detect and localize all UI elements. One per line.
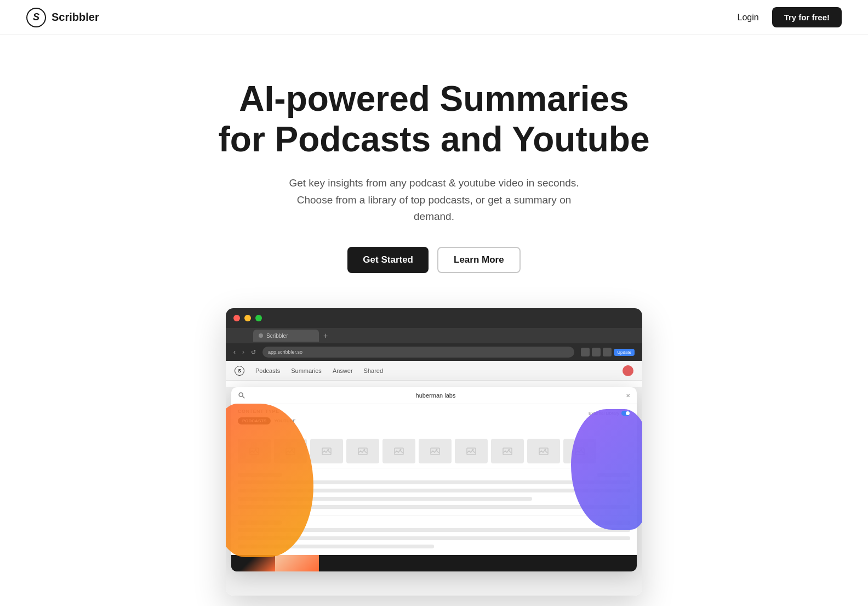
thumbnail-5[interactable] [382,439,415,463]
toolbar-icon-2 [592,348,601,356]
skeleton-row-1-3 [238,497,532,501]
app-logo-small: S [235,366,244,376]
skeleton-rows-1 [238,480,630,511]
navbar: S Scribbler Login Try for free! [0,0,868,35]
skeleton-header-row-1 [238,473,630,477]
thumbnail-7[interactable] [455,439,488,463]
svg-point-21 [581,449,583,450]
badge-youtube[interactable]: YOUTUBE [274,418,295,423]
forward-button[interactable]: › [242,348,244,356]
address-bar[interactable]: app.scribbler.so [262,347,574,358]
thumbnail-3[interactable] [310,439,343,463]
search-modal: huberman labs ✕ CONTENT TYPE External Li… [231,387,637,571]
thumbnail-2[interactable] [274,439,307,463]
window-chrome [226,308,642,328]
skeleton-title-1 [238,473,282,477]
tab-title: Scribbler [266,333,288,339]
external-library-toggle[interactable]: External Library [589,411,630,416]
skeleton-section-1 [231,468,637,516]
learn-more-button[interactable]: Learn More [437,247,521,273]
app-nav-summaries[interactable]: Summaries [291,367,322,374]
browser-toolbar-right: Update [581,348,635,356]
thumbnail-1[interactable] [238,439,271,463]
modal-top-row: CONTENT TYPE External Library [238,409,630,417]
app-navbar: S Podcasts Summaries Answer Shared [226,361,642,381]
address-bar-row: ‹ › ↺ app.scribbler.so Update [226,343,642,361]
svg-line-1 [243,397,245,399]
tab-favicon [259,333,263,338]
update-button[interactable]: Update [614,349,635,356]
svg-point-15 [472,449,474,450]
app-nav-podcasts[interactable]: Podcasts [255,367,280,374]
get-started-button[interactable]: Get Started [347,247,429,273]
svg-point-13 [436,449,438,450]
content-type-badges: PODCASTS YOUTUBE [238,417,630,424]
address-text: app.scribbler.so [268,349,302,355]
modal-header: huberman labs ✕ [231,387,637,404]
skeleton-count-1 [597,473,630,477]
svg-point-3 [255,449,257,450]
skeleton-row-2-1 [238,528,630,532]
try-free-button[interactable]: Try for free! [772,7,842,27]
thumbnail-8[interactable] [491,439,524,463]
refresh-button[interactable]: ↺ [251,349,256,356]
skeleton-row-1-4 [238,505,630,509]
skeleton-row-1-1 [238,480,630,484]
toolbar-icon-1 [581,348,590,356]
app-nav-shared[interactable]: Shared [364,367,383,374]
skeleton-title-2 [238,520,282,525]
browser-tab[interactable]: Scribbler [253,330,319,342]
toggle-switch[interactable] [621,411,630,416]
svg-point-7 [328,449,329,450]
skeleton-row-2-2 [238,536,630,540]
skeleton-count-2 [597,520,630,525]
thumbnails-row [231,434,637,468]
skeleton-section-2 [231,516,637,555]
svg-point-11 [400,449,402,450]
svg-point-9 [364,449,366,450]
skeleton-row-2-3 [238,545,434,548]
window-minimize-dot[interactable] [244,315,251,321]
external-library-label: External Library [589,411,619,416]
modal-content-type: CONTENT TYPE External Library PODCASTS Y… [231,404,637,434]
skeleton-row-1-2 [238,489,630,492]
svg-point-5 [292,449,293,450]
nav-right: Login Try for free! [737,7,842,27]
bottom-thumb-1 [231,555,275,571]
bottom-thumb-2 [275,555,319,571]
brand-name: Scribbler [52,11,99,24]
search-icon [238,392,245,399]
bottom-strip [231,555,637,571]
app-mockup: Scribbler + ‹ › ↺ app.scribbler.so Updat… [226,308,642,596]
window-maximize-dot[interactable] [255,315,262,321]
hero-title: AI-powered Summaries for Podcasts and Yo… [218,79,649,160]
login-link[interactable]: Login [737,13,758,22]
browser-tab-bar: Scribbler + [226,328,642,343]
new-tab-button[interactable]: + [323,331,328,340]
thumbnail-4[interactable] [346,439,379,463]
svg-point-19 [545,449,546,450]
thumbnail-10[interactable] [563,439,596,463]
toolbar-icon-3 [603,348,612,356]
search-input-value[interactable]: huberman labs [250,392,621,399]
search-close-button[interactable]: ✕ [626,393,630,399]
back-button[interactable]: ‹ [233,348,236,356]
logo[interactable]: S Scribbler [26,8,99,27]
svg-point-17 [509,449,510,450]
hero-subtitle: Get key insights from any podcast & yout… [281,175,587,225]
hero-section: AI-powered Summaries for Podcasts and Yo… [0,35,868,606]
svg-point-0 [239,393,243,397]
hero-buttons: Get Started Learn More [347,247,520,273]
user-avatar[interactable] [623,365,633,376]
window-close-dot[interactable] [233,315,240,321]
badge-podcasts[interactable]: PODCASTS [238,417,271,424]
skeleton-header-row-2 [238,520,630,525]
app-content: huberman labs ✕ CONTENT TYPE External Li… [226,387,642,596]
logo-icon: S [26,8,46,27]
app-nav-answer[interactable]: Answer [333,367,353,374]
thumbnail-9[interactable] [527,439,560,463]
skeleton-rows-2 [238,528,630,551]
thumbnail-6[interactable] [419,439,452,463]
content-type-label: CONTENT TYPE [238,409,279,414]
